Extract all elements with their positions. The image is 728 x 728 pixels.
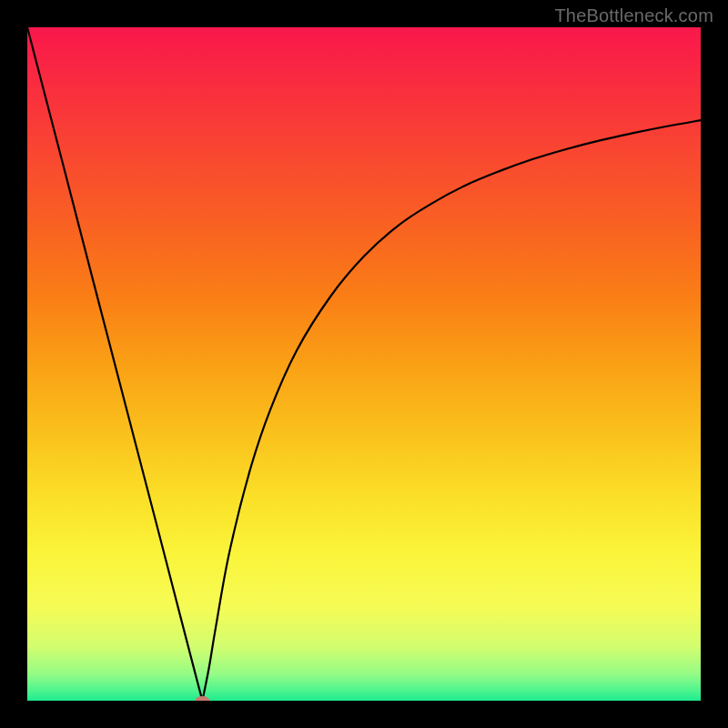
- chart-frame: TheBottleneck.com: [0, 0, 728, 728]
- curve-right-branch: [202, 120, 701, 701]
- curve-left-branch: [27, 27, 202, 701]
- curve-layer: [27, 27, 701, 701]
- watermark-text: TheBottleneck.com: [554, 5, 713, 26]
- plot-area: [27, 27, 701, 701]
- minimum-marker: [195, 696, 209, 701]
